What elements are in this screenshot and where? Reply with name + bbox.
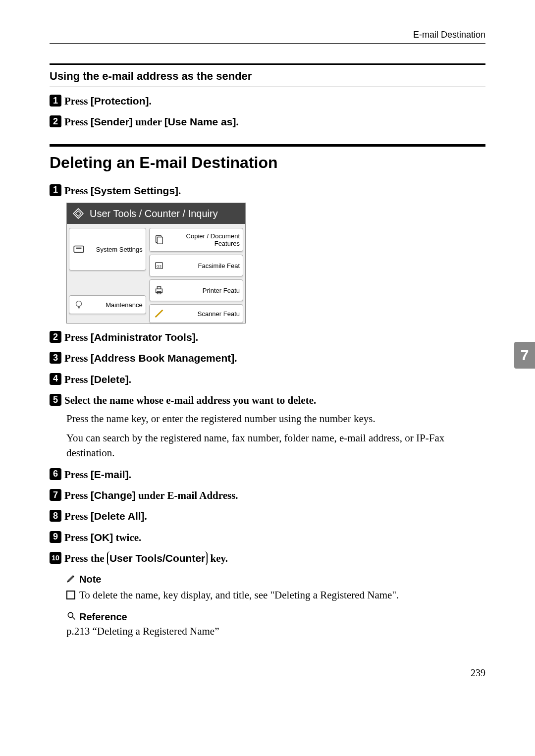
step-text: Select the name whose e-mail address you… — [64, 394, 316, 406]
reference-label: Reference — [79, 611, 127, 623]
section-heading-sender: Using the e-mail address as the sender — [50, 65, 485, 87]
scanner-features-button[interactable]: Scanner Featu — [149, 304, 243, 323]
button-label: Scanner Featu — [169, 310, 240, 318]
button-label: System Settings — [89, 246, 143, 253]
copy-icon — [153, 233, 165, 246]
step-text: Press the — [64, 552, 107, 564]
button-ref: [OK] — [91, 532, 113, 543]
step-text: key. — [208, 552, 228, 564]
svg-line-13 — [155, 310, 162, 318]
step-text: under E-mail Address. — [136, 489, 238, 501]
system-settings-button[interactable]: System Settings — [69, 228, 146, 270]
button-ref: [Delete All] — [91, 510, 145, 522]
svg-point-4 — [76, 301, 82, 307]
step-number-icon: 10 — [50, 552, 61, 564]
step-text: Press — [64, 510, 91, 522]
button-ref: [E-mail] — [91, 469, 129, 480]
svg-marker-1 — [76, 211, 81, 216]
page-number: 239 — [50, 667, 485, 679]
system-settings-screenshot: User Tools / Counter / Inquiry System Se… — [66, 203, 246, 324]
screenshot-title-bar: User Tools / Counter / Inquiry — [67, 203, 245, 224]
step-text: Press — [64, 331, 91, 343]
step-number-icon: 2 — [50, 331, 61, 343]
step-b5: 5 Select the name whose e-mail address y… — [50, 393, 485, 407]
step-text: Press — [64, 352, 91, 364]
button-label: Maintenance — [89, 301, 143, 309]
step-b7: 7 Press [Change] under E-mail Address. — [50, 488, 485, 502]
step-number-icon: 5 — [50, 394, 61, 406]
button-ref: [Sender] — [91, 116, 133, 127]
step-number-icon: 7 — [50, 489, 61, 501]
step-number-icon: 2 — [50, 115, 61, 127]
button-ref: [Delete] — [91, 374, 129, 385]
step-text: Press — [64, 489, 91, 501]
step-b4: 4 Press [Delete]. — [50, 373, 485, 386]
step-text: Press — [64, 532, 91, 543]
svg-rect-2 — [74, 246, 84, 253]
step-text: . — [196, 331, 198, 343]
step-number-icon: 4 — [50, 373, 61, 385]
step-number-icon: 1 — [50, 95, 61, 107]
button-ref: [Change] — [91, 489, 136, 501]
fax-icon: G3 — [153, 259, 165, 272]
button-ref: [Use Name as] — [164, 116, 236, 127]
step-text: Press — [64, 374, 91, 385]
step-number-icon: 9 — [50, 531, 61, 543]
button-label: Printer Featu — [169, 287, 240, 294]
printer-features-button[interactable]: Printer Featu — [149, 279, 243, 301]
button-ref: [Protection] — [91, 95, 149, 107]
scanner-icon — [153, 307, 165, 320]
step-b6: 6 Press [E-mail]. — [50, 468, 485, 482]
screenshot-title: User Tools / Counter / Inquiry — [90, 208, 218, 219]
svg-marker-0 — [73, 209, 83, 218]
note-body: To delete the name, key display, and tit… — [66, 588, 485, 602]
step-number-icon: 8 — [50, 510, 61, 522]
step-text: Press — [64, 185, 91, 197]
step-number-icon: 1 — [50, 184, 61, 196]
step-text: . — [129, 469, 131, 481]
bullet-icon — [66, 591, 75, 599]
step-text: Press — [64, 116, 91, 128]
button-ref: [Administrator Tools] — [91, 331, 196, 343]
facsimile-features-button[interactable]: G3 Facsimile Feat — [149, 255, 243, 276]
step-text: twice. — [113, 532, 141, 543]
pencil-icon — [66, 573, 76, 586]
step-text: under — [133, 116, 164, 128]
step-1: 1 Press [Protection]. — [50, 94, 485, 108]
step-b3: 3 Press [Address Book Management]. — [50, 351, 485, 365]
printer-icon — [153, 284, 165, 297]
step-b9: 9 Press [OK] twice. — [50, 531, 485, 544]
step-b2: 2 Press [Administrator Tools]. — [50, 330, 485, 344]
step-text: . — [129, 374, 131, 385]
svg-rect-3 — [76, 248, 82, 249]
chapter-tab: 7 — [514, 342, 535, 369]
step-number-icon: 6 — [50, 468, 61, 480]
step-text: . — [234, 352, 237, 364]
button-label: Copier / Document Features — [169, 232, 240, 247]
step-b1: 1 Press [System Settings]. — [50, 184, 485, 198]
maintenance-button[interactable]: Maintenance — [69, 295, 146, 314]
note-text: To delete the name, key display, and tit… — [79, 588, 399, 602]
button-label: Facsimile Feat — [169, 262, 240, 270]
svg-point-14 — [68, 612, 73, 617]
button-ref: [Address Book Management] — [91, 352, 235, 364]
step-2: 2 Press [Sender] under [Use Name as]. — [50, 115, 485, 129]
svg-text:G3: G3 — [157, 264, 161, 269]
machine-icon — [72, 243, 85, 256]
bulb-icon — [72, 298, 85, 311]
step-b10: 10 Press the User Tools/Counter key. — [50, 551, 485, 565]
step-text: . — [145, 510, 147, 522]
copier-features-button[interactable]: Copier / Document Features — [149, 228, 243, 252]
diamond-icon — [72, 207, 85, 220]
step-b8: 8 Press [Delete All]. — [50, 509, 485, 523]
reference-heading: Reference — [66, 611, 485, 623]
note-label: Note — [79, 574, 101, 585]
reference-body: p.213 “Deleting a Registered Name” — [66, 625, 485, 638]
magnifier-icon — [66, 611, 76, 623]
svg-rect-7 — [157, 237, 162, 244]
note-heading: Note — [66, 573, 485, 586]
step-b5-sub2: You can search by the registered name, f… — [66, 431, 485, 461]
section-heading-delete: Deleting an E-mail Destination — [50, 144, 485, 177]
svg-line-15 — [73, 617, 75, 619]
step-text: . — [178, 185, 181, 197]
